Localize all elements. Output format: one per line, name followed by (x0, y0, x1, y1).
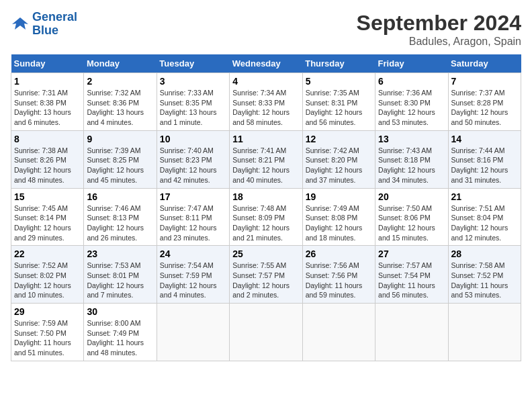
logo-text: General Blue (32, 11, 77, 38)
weekday-header: Monday (84, 54, 157, 73)
calendar-day: 25Sunrise: 7:55 AM Sunset: 7:57 PM Dayli… (230, 246, 302, 304)
calendar-day (157, 304, 229, 361)
calendar-week-row: 29Sunrise: 7:59 AM Sunset: 7:50 PM Dayli… (11, 304, 521, 361)
calendar-day: 30Sunrise: 8:00 AM Sunset: 7:49 PM Dayli… (84, 304, 157, 361)
weekday-header: Saturday (448, 54, 521, 73)
calendar-day (302, 304, 375, 361)
calendar-day: 3Sunrise: 7:33 AM Sunset: 8:35 PM Daylig… (157, 73, 229, 131)
weekday-header: Thursday (302, 54, 375, 73)
calendar-day (448, 304, 521, 361)
calendar-day: 1Sunrise: 7:31 AM Sunset: 8:38 PM Daylig… (11, 73, 84, 131)
calendar-day: 15Sunrise: 7:45 AM Sunset: 8:14 PM Dayli… (11, 188, 84, 246)
calendar-day: 13Sunrise: 7:43 AM Sunset: 8:18 PM Dayli… (375, 130, 448, 188)
svg-marker-0 (12, 17, 28, 30)
calendar-day: 4Sunrise: 7:34 AM Sunset: 8:33 PM Daylig… (230, 73, 302, 131)
calendar-day: 5Sunrise: 7:35 AM Sunset: 8:31 PM Daylig… (302, 73, 375, 131)
calendar-day: 14Sunrise: 7:44 AM Sunset: 8:16 PM Dayli… (448, 130, 521, 188)
calendar-day: 9Sunrise: 7:39 AM Sunset: 8:25 PM Daylig… (84, 130, 157, 188)
calendar-day: 2Sunrise: 7:32 AM Sunset: 8:36 PM Daylig… (84, 73, 157, 131)
calendar-day: 19Sunrise: 7:49 AM Sunset: 8:08 PM Dayli… (302, 188, 375, 246)
calendar-day: 11Sunrise: 7:41 AM Sunset: 8:21 PM Dayli… (230, 130, 302, 188)
weekday-header: Friday (375, 54, 448, 73)
logo-icon (11, 15, 30, 34)
calendar-week-row: 22Sunrise: 7:52 AM Sunset: 8:02 PM Dayli… (11, 246, 521, 304)
calendar-day: 21Sunrise: 7:51 AM Sunset: 8:04 PM Dayli… (448, 188, 521, 246)
calendar-day: 6Sunrise: 7:36 AM Sunset: 8:30 PM Daylig… (375, 73, 448, 131)
calendar-day: 12Sunrise: 7:42 AM Sunset: 8:20 PM Dayli… (302, 130, 375, 188)
logo: General Blue (11, 11, 77, 38)
calendar-day: 24Sunrise: 7:54 AM Sunset: 7:59 PM Dayli… (157, 246, 229, 304)
calendar-day (230, 304, 302, 361)
calendar-day: 27Sunrise: 7:57 AM Sunset: 7:54 PM Dayli… (375, 246, 448, 304)
calendar-day (375, 304, 448, 361)
calendar-day: 29Sunrise: 7:59 AM Sunset: 7:50 PM Dayli… (11, 304, 84, 361)
calendar-table: SundayMondayTuesdayWednesdayThursdayFrid… (11, 54, 521, 361)
weekday-header-row: SundayMondayTuesdayWednesdayThursdayFrid… (11, 54, 521, 73)
calendar-day: 8Sunrise: 7:38 AM Sunset: 8:26 PM Daylig… (11, 130, 84, 188)
weekday-header: Tuesday (157, 54, 229, 73)
calendar-day: 17Sunrise: 7:47 AM Sunset: 8:11 PM Dayli… (157, 188, 229, 246)
calendar-day: 16Sunrise: 7:46 AM Sunset: 8:13 PM Dayli… (84, 188, 157, 246)
title-section: September 2024 Badules, Aragon, Spain (357, 11, 521, 48)
calendar-day: 7Sunrise: 7:37 AM Sunset: 8:28 PM Daylig… (448, 73, 521, 131)
page-subtitle: Badules, Aragon, Spain (357, 36, 521, 48)
calendar-day: 20Sunrise: 7:50 AM Sunset: 8:06 PM Dayli… (375, 188, 448, 246)
calendar-day: 26Sunrise: 7:56 AM Sunset: 7:56 PM Dayli… (302, 246, 375, 304)
page-title: September 2024 (357, 11, 521, 36)
calendar-week-row: 1Sunrise: 7:31 AM Sunset: 8:38 PM Daylig… (11, 73, 521, 131)
calendar-week-row: 8Sunrise: 7:38 AM Sunset: 8:26 PM Daylig… (11, 130, 521, 188)
calendar-week-row: 15Sunrise: 7:45 AM Sunset: 8:14 PM Dayli… (11, 188, 521, 246)
calendar-day: 23Sunrise: 7:53 AM Sunset: 8:01 PM Dayli… (84, 246, 157, 304)
calendar-day: 18Sunrise: 7:48 AM Sunset: 8:09 PM Dayli… (230, 188, 302, 246)
page-header: General Blue September 2024 Badules, Ara… (11, 11, 521, 48)
weekday-header: Sunday (11, 54, 84, 73)
calendar-day: 22Sunrise: 7:52 AM Sunset: 8:02 PM Dayli… (11, 246, 84, 304)
weekday-header: Wednesday (230, 54, 302, 73)
calendar-day: 28Sunrise: 7:58 AM Sunset: 7:52 PM Dayli… (448, 246, 521, 304)
calendar-day: 10Sunrise: 7:40 AM Sunset: 8:23 PM Dayli… (157, 130, 229, 188)
